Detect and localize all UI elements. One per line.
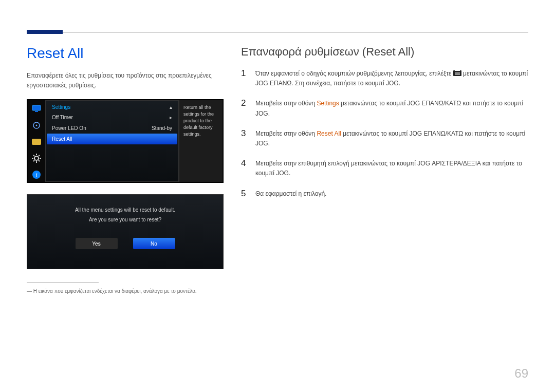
info-icon: i (31, 169, 42, 180)
step-body: Μεταβείτε στην οθόνη Settings μετακινώντ… (255, 99, 528, 118)
osd-row-label: Off Timer (52, 115, 73, 120)
highlight-settings: Settings (317, 100, 339, 107)
page-number: 69 (514, 366, 528, 381)
osd-row-reset-all[interactable]: Reset All (47, 134, 177, 144)
step-number: 4 (241, 159, 248, 178)
svg-line-10 (33, 155, 34, 156)
osd-list-header: Settings ▴ (46, 101, 178, 112)
osd-sidebar: i (28, 100, 45, 182)
osd-row-off-timer[interactable]: Off Timer ▸ (46, 112, 178, 123)
step-text-a: Μεταβείτε στην οθόνη (255, 100, 317, 107)
step-5: 5 Θα εφαρμοστεί η επιλογή. (241, 189, 528, 199)
intro-text: Επαναφέρετε όλες τις ρυθμίσεις του προϊό… (27, 71, 224, 90)
osd-row-value: Stand-by (152, 125, 172, 131)
step-body: Θα εφαρμοστεί η επιλογή. (255, 189, 528, 199)
svg-rect-1 (35, 111, 38, 112)
osd-confirm-dialog: All the menu settings will be reset to d… (27, 194, 224, 269)
section-title: Επαναφορά ρυθμίσεων (Reset All) (241, 45, 528, 59)
osd-header-label: Settings (52, 104, 70, 110)
right-column: Επαναφορά ρυθμίσεων (Reset All) 1 Όταν ε… (241, 45, 528, 294)
osd-row-label: Reset All (52, 136, 72, 142)
step-number: 1 (241, 69, 248, 88)
osd-description-panel: Return all the settings for the product … (179, 100, 223, 182)
svg-point-3 (36, 125, 38, 126)
monitor-icon (31, 103, 42, 115)
step-3: 3 Μεταβείτε στην οθόνη Reset All μετακιν… (241, 129, 528, 148)
osd-main-list: Settings ▴ Off Timer ▸ Power LED On Stan… (45, 100, 179, 182)
osd-row-power-led[interactable]: Power LED On Stand-by (46, 123, 178, 134)
step-body: Όταν εμφανιστεί ο οδηγός κουμπιών ρυθμιζ… (255, 69, 528, 88)
step-number: 5 (241, 189, 248, 199)
menu-icon (453, 70, 461, 76)
osd-row-label: Power LED On (52, 125, 86, 131)
footnote-text: Η εικόνα που εμφανίζεται ενδέχεται να δι… (27, 288, 224, 294)
svg-line-11 (39, 160, 40, 161)
page-content: Reset All Επαναφέρετε όλες τις ρυθμίσεις… (27, 25, 528, 294)
svg-point-5 (34, 156, 39, 160)
gear-icon (31, 153, 42, 164)
step-body: Μεταβείτε στην οθόνη Reset All μετακινών… (255, 129, 528, 148)
step-text-a: Μεταβείτε στην οθόνη (255, 130, 317, 137)
step-number: 2 (241, 99, 248, 118)
header-accent-bar (27, 30, 63, 34)
chevron-right-icon: ▸ (170, 115, 172, 120)
svg-rect-0 (32, 105, 41, 110)
step-4: 4 Μεταβείτε στην επιθυμητή επιλογή μετακ… (241, 159, 528, 178)
target-icon (31, 120, 42, 131)
footnote-rule (27, 283, 99, 283)
step-text-a: Όταν εμφανιστεί ο οδηγός κουμπιών ρυθμιζ… (255, 70, 453, 77)
osd-confirm-message: All the menu settings will be reset to d… (75, 205, 175, 225)
highlight-reset-all: Reset All (317, 130, 341, 137)
yes-button[interactable]: Yes (76, 238, 118, 249)
up-arrow-icon: ▴ (170, 104, 172, 110)
osd-settings-panel: i Settings ▴ Off Timer ▸ Power LED On St… (27, 99, 224, 183)
svg-line-13 (39, 155, 40, 156)
svg-line-12 (33, 160, 34, 161)
step-body: Μεταβείτε στην επιθυμητή επιλογή μετακιν… (255, 159, 528, 178)
svg-rect-4 (32, 139, 41, 145)
page-title: Reset All (27, 45, 224, 62)
confirm-line-1: All the menu settings will be reset to d… (75, 205, 175, 215)
card-icon (31, 136, 42, 147)
svg-text:i: i (35, 172, 37, 178)
step-2: 2 Μεταβείτε στην οθόνη Settings μετακινώ… (241, 99, 528, 118)
osd-confirm-buttons: Yes No (76, 238, 175, 249)
left-column: Reset All Επαναφέρετε όλες τις ρυθμίσεις… (27, 45, 224, 294)
confirm-line-2: Are you sure you want to reset? (75, 215, 175, 225)
no-button[interactable]: No (133, 238, 175, 249)
step-number: 3 (241, 129, 248, 148)
step-1: 1 Όταν εμφανιστεί ο οδηγός κουμπιών ρυθμ… (241, 69, 528, 88)
